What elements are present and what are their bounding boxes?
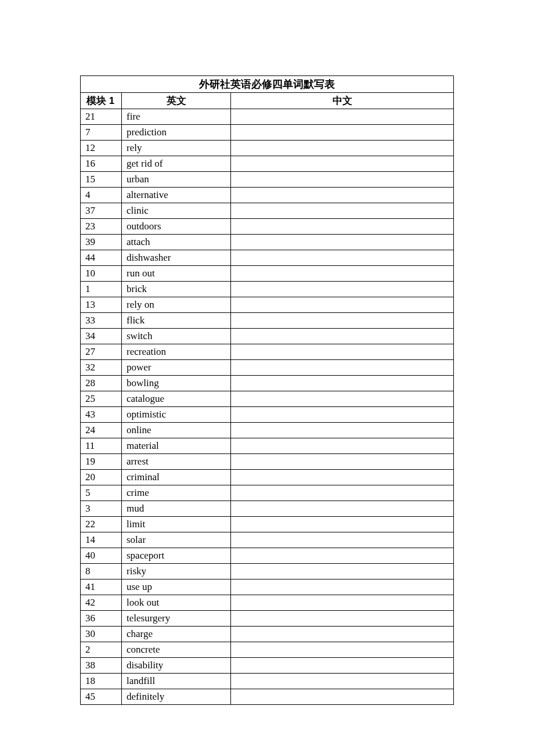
cell-chinese xyxy=(231,595,454,611)
table-row: 33flick xyxy=(81,313,454,329)
table-row: 30charge xyxy=(81,627,454,642)
table-title-row: 外研社英语必修四单词默写表 xyxy=(81,76,454,93)
table-row: 36telesurgery xyxy=(81,611,454,627)
table-row: 12rely xyxy=(81,141,454,156)
cell-english: spaceport xyxy=(122,548,231,564)
cell-number: 13 xyxy=(81,297,122,313)
cell-chinese xyxy=(231,438,454,454)
cell-english: risky xyxy=(122,564,231,579)
cell-chinese xyxy=(231,376,454,391)
table-row: 25catalogue xyxy=(81,391,454,407)
cell-number: 11 xyxy=(81,438,122,454)
table-row: 3mud xyxy=(81,501,454,517)
table-row: 21fire xyxy=(81,109,454,125)
cell-english: recreation xyxy=(122,344,231,360)
cell-english: prediction xyxy=(122,125,231,141)
header-module: 模块 1 xyxy=(81,93,122,109)
header-english: 英文 xyxy=(122,93,231,109)
cell-number: 40 xyxy=(81,548,122,564)
cell-english: outdoors xyxy=(122,219,231,235)
cell-number: 22 xyxy=(81,517,122,532)
cell-english: catalogue xyxy=(122,391,231,407)
cell-chinese xyxy=(231,658,454,674)
cell-number: 10 xyxy=(81,266,122,282)
cell-number: 27 xyxy=(81,344,122,360)
cell-english: online xyxy=(122,423,231,438)
cell-chinese xyxy=(231,454,454,470)
cell-chinese xyxy=(231,109,454,125)
cell-chinese xyxy=(231,485,454,501)
vocab-table: 外研社英语必修四单词默写表 模块 1 英文 中文 21fire7predicti… xyxy=(80,75,454,705)
cell-english: get rid of xyxy=(122,156,231,172)
table-row: 1brick xyxy=(81,282,454,297)
cell-chinese xyxy=(231,188,454,203)
cell-chinese xyxy=(231,564,454,579)
cell-number: 33 xyxy=(81,313,122,329)
cell-english: criminal xyxy=(122,470,231,485)
cell-chinese xyxy=(231,235,454,250)
cell-chinese xyxy=(231,627,454,642)
cell-number: 2 xyxy=(81,642,122,658)
cell-english: rely xyxy=(122,141,231,156)
table-row: 4alternative xyxy=(81,188,454,203)
cell-number: 37 xyxy=(81,203,122,219)
table-row: 8risky xyxy=(81,564,454,579)
cell-english: optimistic xyxy=(122,407,231,423)
cell-english: run out xyxy=(122,266,231,282)
cell-english: attach xyxy=(122,235,231,250)
cell-english: definitely xyxy=(122,689,231,705)
cell-number: 43 xyxy=(81,407,122,423)
cell-number: 24 xyxy=(81,423,122,438)
cell-number: 3 xyxy=(81,501,122,517)
cell-chinese xyxy=(231,642,454,658)
cell-number: 36 xyxy=(81,611,122,627)
cell-number: 28 xyxy=(81,376,122,391)
cell-english: charge xyxy=(122,627,231,642)
table-row: 11material xyxy=(81,438,454,454)
table-row: 14solar xyxy=(81,532,454,548)
cell-chinese xyxy=(231,297,454,313)
cell-number: 4 xyxy=(81,188,122,203)
cell-number: 45 xyxy=(81,689,122,705)
cell-chinese xyxy=(231,423,454,438)
cell-chinese xyxy=(231,156,454,172)
table-row: 20criminal xyxy=(81,470,454,485)
cell-number: 18 xyxy=(81,674,122,689)
cell-number: 7 xyxy=(81,125,122,141)
cell-english: disability xyxy=(122,658,231,674)
table-row: 27recreation xyxy=(81,344,454,360)
cell-chinese xyxy=(231,407,454,423)
table-row: 19arrest xyxy=(81,454,454,470)
table-header-row: 模块 1 英文 中文 xyxy=(81,93,454,109)
cell-english: bowling xyxy=(122,376,231,391)
cell-number: 41 xyxy=(81,579,122,595)
cell-number: 15 xyxy=(81,172,122,188)
cell-chinese xyxy=(231,674,454,689)
cell-chinese xyxy=(231,532,454,548)
cell-number: 5 xyxy=(81,485,122,501)
cell-chinese xyxy=(231,329,454,344)
cell-chinese xyxy=(231,172,454,188)
cell-chinese xyxy=(231,219,454,235)
table-row: 40spaceport xyxy=(81,548,454,564)
cell-english: power xyxy=(122,360,231,376)
cell-english: mud xyxy=(122,501,231,517)
cell-number: 30 xyxy=(81,627,122,642)
table-row: 42look out xyxy=(81,595,454,611)
table-row: 7prediction xyxy=(81,125,454,141)
table-title: 外研社英语必修四单词默写表 xyxy=(81,76,454,93)
cell-english: solar xyxy=(122,532,231,548)
cell-chinese xyxy=(231,501,454,517)
table-row: 13rely on xyxy=(81,297,454,313)
cell-number: 32 xyxy=(81,360,122,376)
cell-english: brick xyxy=(122,282,231,297)
cell-english: dishwasher xyxy=(122,250,231,266)
table-row: 41use up xyxy=(81,579,454,595)
cell-chinese xyxy=(231,344,454,360)
cell-english: material xyxy=(122,438,231,454)
cell-english: urban xyxy=(122,172,231,188)
cell-english: rely on xyxy=(122,297,231,313)
cell-number: 21 xyxy=(81,109,122,125)
cell-chinese xyxy=(231,266,454,282)
cell-chinese xyxy=(231,391,454,407)
